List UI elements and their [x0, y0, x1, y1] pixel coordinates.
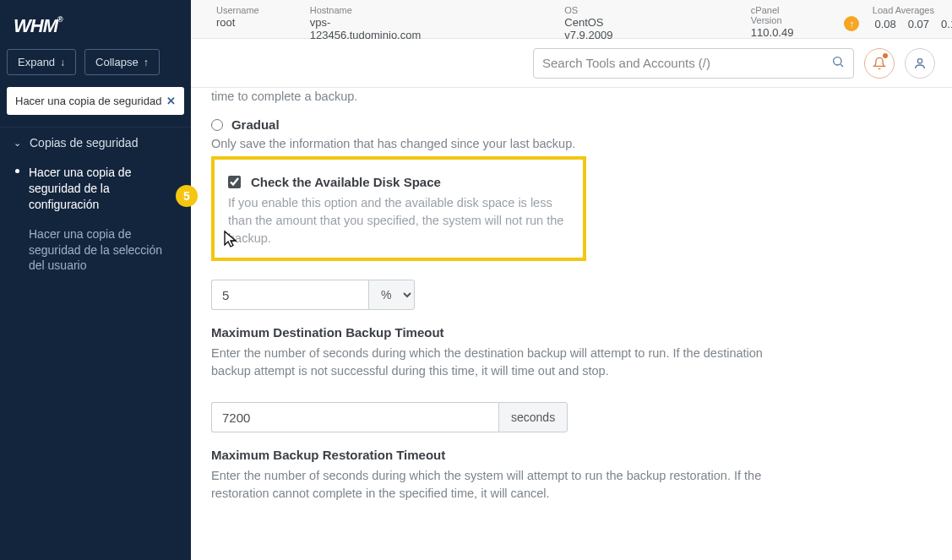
backup-type-gradual[interactable]: Gradual — [211, 117, 786, 132]
info-hostname: Hostname vps-123456.tudominio.com — [310, 5, 422, 41]
expand-button[interactable]: Expand↓ — [7, 49, 76, 75]
top-info-bar: Username root Hostname vps-123456.tudomi… — [191, 0, 952, 39]
info-username: Username root — [216, 5, 259, 29]
disk-space-field: % — [211, 280, 786, 310]
dest-timeout-field: seconds — [211, 402, 786, 432]
dest-timeout-label: Maximum Destination Backup Timeout — [211, 325, 786, 340]
whm-logo: WHM® — [0, 0, 191, 49]
chevron-down-icon: ⌄ — [14, 138, 21, 149]
load-up-icon: ↑ — [844, 16, 859, 31]
dest-timeout-desc: Enter the number of seconds during which… — [211, 345, 786, 380]
svg-line-1 — [840, 64, 843, 67]
svg-point-0 — [834, 57, 841, 65]
info-version: cPanel Version 110.0.49 — [751, 5, 794, 39]
gradual-desc: Only save the information that has chang… — [211, 135, 786, 153]
search-box[interactable] — [533, 48, 854, 79]
highlight-check-disk-space: Check the Available Disk Space If you en… — [211, 156, 586, 261]
collapse-button[interactable]: Collapse↑ — [84, 49, 160, 75]
user-menu-button[interactable] — [905, 48, 935, 79]
info-load-averages: Load Averages ↑ 0.08 0.07 0.11 — [844, 5, 952, 31]
checkbox-check-disk-label: Check the Available Disk Space — [251, 175, 441, 189]
sidebar: WHM® Expand↓ Collapse↑ Hacer una copia d… — [0, 0, 191, 560]
restore-timeout-label: Maximum Backup Restoration Timeout — [211, 448, 786, 462]
arrow-down-icon: ↓ — [60, 57, 65, 68]
disk-space-unit-select[interactable]: % — [368, 280, 415, 310]
radio-gradual-label: Gradual — [231, 117, 280, 132]
restore-timeout-desc: Enter the number of seconds during which… — [211, 467, 786, 503]
nav-item-backup-config[interactable]: Hacer una copia de seguridad de la confi… — [0, 158, 191, 220]
close-tab-icon[interactable]: ✕ — [166, 95, 176, 107]
arrow-up-icon: ↑ — [144, 57, 149, 68]
search-input[interactable] — [542, 56, 831, 70]
checkbox-check-disk-space[interactable] — [228, 176, 241, 188]
svg-point-2 — [917, 58, 922, 63]
dest-timeout-input[interactable] — [211, 402, 498, 432]
main-content: time to complete a backup. Gradual Only … — [191, 88, 952, 560]
open-tab-chip[interactable]: Hacer una copia de seguridad ✕ — [7, 87, 184, 115]
disk-space-input[interactable] — [211, 280, 368, 310]
nav-item-backup-user-selection[interactable]: Hacer una copia de seguridad de la selec… — [0, 220, 191, 281]
user-icon — [913, 57, 927, 70]
seconds-unit: seconds — [498, 402, 568, 432]
bell-icon — [873, 57, 886, 70]
radio-gradual[interactable] — [211, 119, 223, 131]
search-icon[interactable] — [831, 55, 845, 71]
check-disk-desc: If you enable this option and the availa… — [228, 194, 569, 247]
notifications-button[interactable] — [864, 48, 895, 79]
step-callout-5: 5 — [176, 185, 198, 207]
top-toolbar — [191, 39, 952, 88]
complete-backup-desc-tail: time to complete a backup. — [211, 88, 786, 106]
nav-group-backups[interactable]: ⌄ Copias de seguridad — [0, 127, 191, 158]
